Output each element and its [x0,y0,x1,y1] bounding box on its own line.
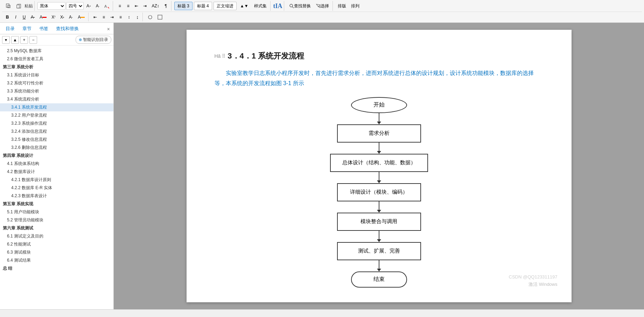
nav-item-nav-ch5[interactable]: 第五章 系统实现 [0,200,113,208]
bullets-button[interactable]: ≡ [116,2,124,10]
font-grow-button[interactable]: A+ [84,2,93,10]
sort-button[interactable]: AZ↕ [149,2,161,10]
nav-up-button[interactable]: ▲ [11,36,19,44]
align-justify-button[interactable]: ≡ [117,13,124,21]
nav-item-nav-ch4[interactable]: 第四章 系统设计 [0,152,113,160]
nav-item-nav-34[interactable]: 3.4 系统流程分析 [0,95,113,103]
border-button[interactable] [146,13,155,21]
watermark-line2: 激活 Windows [509,281,558,288]
align-center-button[interactable]: ≡ [100,13,107,21]
paragraph-mark-button[interactable]: ¶ [162,2,170,10]
bold-button[interactable]: B [4,13,11,21]
font-size-select[interactable]: 四号 [66,2,84,10]
nav-item-nav-41[interactable]: 4.1 系统体系结构 [0,160,113,168]
flowchart: 开始 需求分析 总体设计（结构、功能、数据） [327,97,432,288]
svg-point-9 [148,15,152,19]
nav-item-nav-323[interactable]: 3.2.3 系统操作流程 [0,119,113,128]
indent-less-button[interactable]: ⇤ [133,2,140,10]
nav-item-nav-326[interactable]: 3.2.6 删除信息流程 [0,144,113,152]
font-family-select[interactable]: 黑体 [37,2,65,10]
numbering-button[interactable]: ≡ [124,2,132,10]
nav-item-nav-422[interactable]: 4.2.2 数据库 E-R 实体 [0,184,113,192]
clear-format-button[interactable]: A [102,2,111,10]
indent-more-button[interactable]: ⇥ [141,2,149,10]
shade-button[interactable] [155,13,164,21]
nav-tab-findreplace[interactable]: 查找和替换 [52,24,82,34]
style-set-button[interactable]: 样式集 [252,2,269,10]
nav-item-nav-51[interactable]: 5.1 用户功能模块 [0,208,113,216]
nav-item-nav-ch6[interactable]: 第六章 系统测试 [0,224,113,232]
nav-item-nav-325[interactable]: 3.2.5 修改信息流程 [0,136,113,144]
align-left-button[interactable]: ⇤ [91,13,99,21]
nav-item-nav-conclusion[interactable]: 总 结 [0,264,113,273]
doc-area[interactable]: Hā ⠿ 3．4．1 系统开发流程 实验室教学日志系统小程序开发时，首先进行需求… [114,23,644,309]
nav-item-nav-324[interactable]: 3.2.4 添加信息流程 [0,128,113,136]
toolbar-group-font: 黑体 四号 A+ A- A [36,1,113,11]
flowchart-node-requirements: 需求分析 [337,124,421,143]
style-body-indent-button[interactable]: 正文缩进 [214,2,237,10]
align-right-button[interactable]: ⇥ [108,13,116,21]
para-spacing-button[interactable]: ↨ [133,13,141,21]
watermark: CSDN @QQ123311197 激活 Windows [509,274,558,288]
toolbar-group-bullets: ≡ ≡ ⇤ ⇥ AZ↕ ¶ [114,1,171,11]
nav-expand-button[interactable]: ▾ [2,36,10,44]
svg-rect-3 [17,5,19,8]
select-button[interactable]: 选择 [314,2,331,10]
nav-item-nav-341[interactable]: 3.4.1 系统开发流程 [0,103,113,111]
flow-arrow-1 [377,113,381,124]
font-shrink-button[interactable]: A- [94,2,102,10]
nav-item-nav-wechat[interactable]: 2.6 微信开发者工具 [0,55,113,63]
superscript-button[interactable]: X² [49,13,57,21]
nav-tab-toc[interactable]: 目录 [2,24,18,34]
toolbar-group-find: 查找替换 选择 [286,1,333,11]
nav-item-nav-62[interactable]: 6.2 性能测试 [0,240,113,248]
typeset-button[interactable]: 排版 [336,2,348,10]
status-bar [0,309,644,317]
strikethrough-button[interactable]: A· [29,13,37,21]
flow-arrow-3 [377,172,381,183]
nav-item-nav-61[interactable]: 6.1 测试定义及目的 [0,232,113,240]
underline-button[interactable]: U [20,13,28,21]
flow-arrow-4 [377,201,381,213]
nav-add-button[interactable]: + [20,36,28,44]
style-heading3-button[interactable]: 标题 3 [174,2,192,10]
svg-point-7 [290,4,293,7]
highlight-button[interactable]: A [76,13,87,21]
doc-heading: 3．4．1 系统开发流程 [227,51,304,61]
nav-item-nav-ch3[interactable]: 第三章 系统分析 [0,63,113,71]
nav-item-nav-423[interactable]: 4.2.3 数据库表设计 [0,192,113,200]
nav-close-button[interactable]: × [106,26,111,32]
nav-item-nav-32[interactable]: 3.2 系统可行性分析 [0,79,113,87]
nav-item-nav-mysql[interactable]: 2.5 MySQL 数据库 [0,47,113,55]
nav-item-nav-421[interactable]: 4.2.1 数据库设计原则 [0,176,113,184]
subscript-button[interactable]: X₂ [58,13,66,21]
nav-tab-chapter[interactable]: 章节 [19,24,35,34]
format-painter-button[interactable] [4,2,13,10]
fontcolor-button[interactable]: A [37,13,49,21]
heading-handle: Hā ⠿ [215,53,226,59]
nav-remove-button[interactable]: − [29,36,37,44]
nav-smart-toc-button[interactable]: ⊕ 智能识别目录 [76,36,111,44]
style-heading4-button[interactable]: 标题 4 [194,2,212,10]
nav-tab-bookmark[interactable]: 书签 [36,24,52,34]
arrange-button[interactable]: 排列 [349,2,362,10]
flow-arrow-6 [377,260,381,271]
tia-badge: tIA [273,2,282,10]
nav-item-nav-63[interactable]: 6.3 测试模块 [0,248,113,256]
nav-item-nav-64[interactable]: 6.4 测试结果 [0,256,113,264]
flowchart-node-testing: 测试、扩展、完善 [337,242,421,260]
nav-item-nav-42[interactable]: 4.2 数据库设计 [0,168,113,176]
char-spacing-button[interactable]: A· [67,13,75,21]
nav-item-nav-52[interactable]: 5.2 管理员功能模块 [0,216,113,224]
nav-item-nav-31[interactable]: 3.1 系统设计目标 [0,71,113,79]
nav-item-nav-33[interactable]: 3.3 系统功能分析 [0,87,113,95]
nav-item-nav-322[interactable]: 3.2.2 用户登录流程 [0,111,113,119]
nav-tabs: 目录 章节 书签 查找和替换 × [0,23,113,34]
svg-text:A: A [104,4,107,8]
italic-button[interactable]: I [12,13,20,21]
styles-dropdown-button[interactable]: ▲▼ [238,2,251,10]
find-replace-button[interactable]: 查找替换 [287,2,313,10]
paste-button[interactable] [14,2,24,10]
line-spacing-button[interactable]: ↕ [125,13,133,21]
paste-label: 粘贴 [24,3,33,9]
